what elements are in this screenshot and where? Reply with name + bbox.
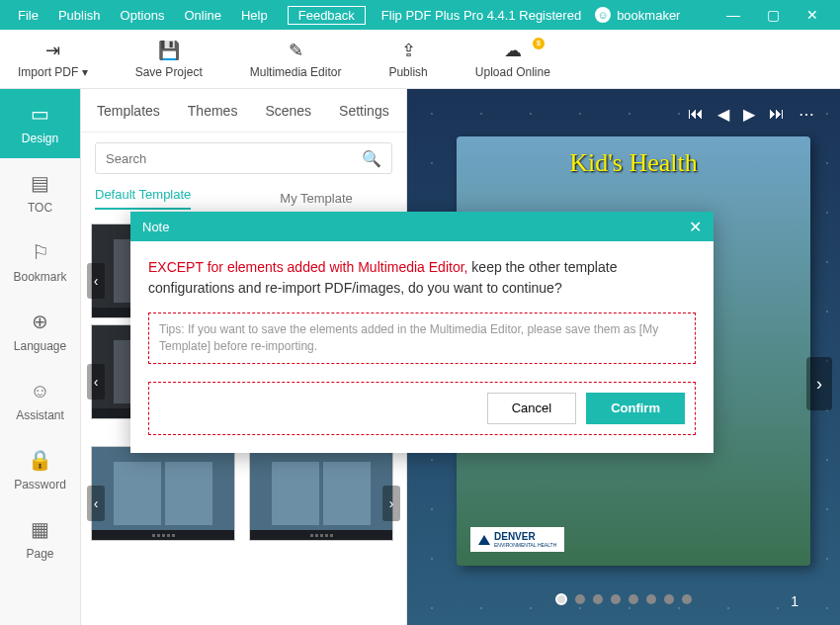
confirm-button[interactable]: Confirm: [586, 393, 685, 424]
feedback-button[interactable]: Feedback: [288, 6, 366, 25]
pagination-dot[interactable]: [555, 593, 567, 605]
sidebar-item-design[interactable]: ▭ Design: [0, 89, 80, 158]
template-prev-button[interactable]: ‹: [87, 263, 105, 299]
upload-online-button[interactable]: ☁ $ Upload Online: [462, 36, 564, 83]
dialog-actions: Cancel Confirm: [148, 382, 696, 435]
pagination-dot[interactable]: [611, 594, 621, 604]
app-title: Flip PDF Plus Pro 4.4.1 Registered: [381, 8, 581, 23]
dialog-message: EXCEPT for elements added with Multimedi…: [148, 257, 696, 299]
preview-page-number: 1: [791, 593, 798, 609]
cancel-button[interactable]: Cancel: [487, 393, 576, 424]
template-prev-button[interactable]: ‹: [87, 364, 105, 400]
dialog-close-button[interactable]: ✕: [689, 218, 702, 236]
dialog-title: Note: [142, 220, 169, 234]
preview-top-controls: ⏮ ◀ ▶ ⏭ ⋯: [688, 105, 814, 124]
search-box[interactable]: 🔍: [95, 142, 392, 174]
tab-templates[interactable]: Templates: [97, 103, 160, 119]
grid-icon: ▦: [31, 517, 49, 541]
maximize-button[interactable]: ▢: [753, 7, 793, 23]
subtab-default-template[interactable]: Default Template: [95, 187, 191, 210]
sidebar-item-bookmark[interactable]: ⚐ Bookmark: [0, 227, 80, 297]
preview-more-icon[interactable]: ⋯: [798, 105, 814, 124]
bookmark-icon: ⚐: [32, 240, 49, 264]
sidebar-item-language[interactable]: ⊕ Language: [0, 297, 80, 366]
globe-icon: ⊕: [32, 310, 48, 333]
pagination-dot[interactable]: [682, 594, 692, 604]
user-chip[interactable]: ☺ bookmaker: [595, 7, 680, 23]
pagination-dot[interactable]: [629, 594, 638, 604]
edit-icon: ✎: [289, 40, 303, 61]
template-item[interactable]: [91, 446, 235, 541]
save-project-button[interactable]: 💾 Save Project: [122, 36, 216, 83]
menu-options[interactable]: Options: [111, 8, 175, 23]
sidebar-item-password[interactable]: 🔒 Password: [0, 435, 80, 504]
sidebar-item-assistant[interactable]: ☺ Assistant: [0, 366, 80, 435]
username: bookmaker: [617, 8, 680, 23]
tab-settings[interactable]: Settings: [339, 103, 389, 119]
book-title: Kid's Health: [457, 148, 810, 178]
user-avatar-icon: ☺: [595, 7, 611, 23]
import-icon: ⇥: [45, 40, 60, 61]
logo-triangle-icon: [478, 535, 490, 545]
upload-badge: $: [533, 38, 545, 49]
template-item[interactable]: [249, 446, 393, 541]
note-dialog: Note ✕ EXCEPT for elements added with Mu…: [130, 212, 714, 453]
lock-icon: 🔒: [28, 448, 52, 472]
publish-button[interactable]: ⇪ Publish: [375, 36, 441, 83]
template-prev-button[interactable]: ‹: [87, 486, 105, 521]
dialog-tips: Tips: If you want to save the elements a…: [148, 312, 696, 364]
toc-icon: ▤: [31, 171, 49, 195]
menu-online[interactable]: Online: [174, 8, 231, 23]
preview-first-icon[interactable]: ⏮: [688, 105, 704, 124]
preview-pagination-dots: [407, 593, 840, 605]
cloud-upload-icon: ☁: [504, 40, 522, 61]
import-pdf-button[interactable]: ⇥ Import PDF ▾: [4, 36, 102, 83]
assistant-icon: ☺: [30, 380, 49, 402]
menu-file[interactable]: File: [8, 8, 48, 23]
preview-prev-icon[interactable]: ◀: [717, 105, 729, 124]
menu-help[interactable]: Help: [231, 8, 278, 23]
subtab-my-template[interactable]: My Template: [280, 191, 352, 206]
titlebar: File Publish Options Online Help Feedbac…: [0, 0, 840, 30]
preview-last-icon[interactable]: ⏭: [769, 105, 785, 124]
preview-next-icon[interactable]: ▶: [743, 105, 755, 124]
main-toolbar: ⇥ Import PDF ▾ 💾 Save Project ✎ Multimed…: [0, 30, 840, 89]
pagination-dot[interactable]: [664, 594, 674, 604]
minimize-button[interactable]: —: [714, 7, 753, 23]
publish-icon: ⇪: [401, 40, 416, 61]
search-input[interactable]: [106, 151, 362, 166]
left-sidebar: ▭ Design ▤ TOC ⚐ Bookmark ⊕ Language ☺ A…: [0, 89, 81, 625]
dialog-header: Note ✕: [130, 212, 714, 241]
sidebar-item-toc[interactable]: ▤ TOC: [0, 158, 80, 227]
pagination-dot[interactable]: [575, 594, 585, 604]
pagination-dot[interactable]: [593, 594, 603, 604]
save-icon: 💾: [158, 40, 180, 61]
menu-publish[interactable]: Publish: [48, 8, 111, 23]
publisher-logo: DENVER ENVIRONMENTAL HEALTH: [470, 527, 564, 552]
design-icon: ▭: [31, 102, 49, 126]
tab-themes[interactable]: Themes: [188, 103, 238, 119]
preview-page-next-button[interactable]: ›: [806, 357, 832, 410]
pagination-dot[interactable]: [646, 594, 656, 604]
search-icon[interactable]: 🔍: [362, 149, 381, 168]
tab-scenes[interactable]: Scenes: [265, 103, 311, 119]
multimedia-editor-button[interactable]: ✎ Multimedia Editor: [236, 36, 356, 83]
close-button[interactable]: ✕: [793, 7, 832, 23]
panel-tabs: Templates Themes Scenes Settings: [81, 89, 406, 133]
sidebar-item-page[interactable]: ▦ Page: [0, 504, 80, 574]
template-next-button[interactable]: ›: [382, 486, 400, 521]
